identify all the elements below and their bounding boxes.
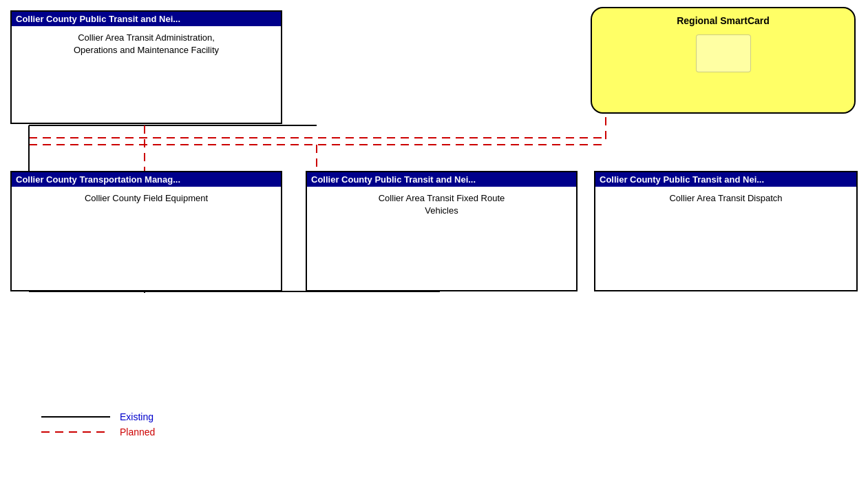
fixed-route-node: Collier County Public Transit and Nei...…	[306, 171, 578, 291]
dispatch-header: Collier County Public Transit and Nei...	[595, 172, 856, 187]
fixed-route-body: Collier Area Transit Fixed RouteVehicles	[307, 187, 576, 223]
dispatch-body: Collier Area Transit Dispatch	[595, 187, 856, 210]
smartcard-title: Regional SmartCard	[592, 8, 854, 30]
existing-line	[41, 416, 110, 418]
field-header: Collier County Transportation Manag...	[12, 172, 281, 187]
planned-label: Planned	[120, 427, 155, 438]
admin-header: Collier County Public Transit and Nei...	[12, 12, 281, 26]
legend-planned: Planned	[41, 427, 155, 438]
smartcard-inner-graphic	[696, 34, 751, 72]
legend-existing: Existing	[41, 411, 155, 422]
existing-label: Existing	[120, 411, 154, 422]
field-body: Collier County Field Equipment	[12, 187, 281, 210]
planned-line	[41, 431, 110, 433]
diagram-area: Collier County Public Transit and Nei...…	[0, 0, 868, 483]
fixed-route-header: Collier County Public Transit and Nei...	[307, 172, 576, 187]
dispatch-node: Collier County Public Transit and Nei...…	[594, 171, 858, 291]
smartcard-node: Regional SmartCard	[591, 7, 856, 114]
field-node: Collier County Transportation Manag... C…	[10, 171, 282, 291]
admin-body: Collier Area Transit Administration,Oper…	[12, 26, 281, 62]
legend: Existing Planned	[41, 411, 155, 442]
admin-node: Collier County Public Transit and Nei...…	[10, 10, 282, 124]
